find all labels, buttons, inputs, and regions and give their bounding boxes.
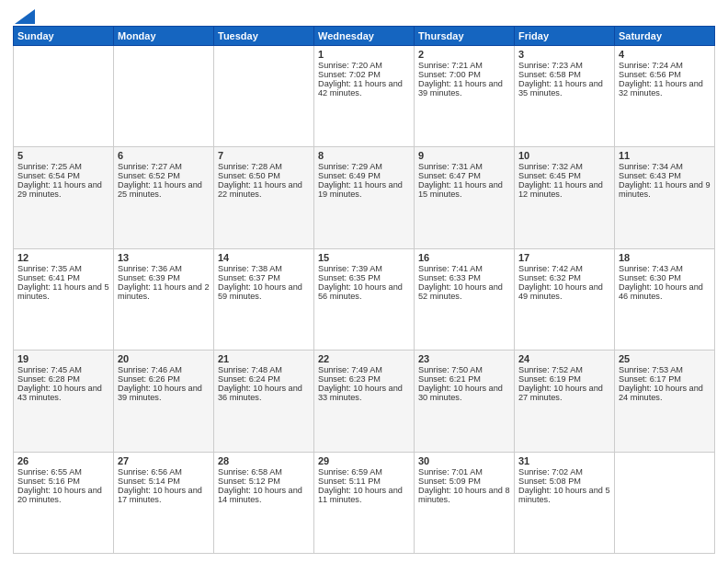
day-info: Daylight: 11 hours and 2 minutes.	[118, 282, 210, 301]
day-number: 20	[118, 353, 210, 364]
day-number: 3	[518, 49, 610, 60]
day-info: Sunset: 6:50 PM	[218, 171, 310, 180]
calendar-cell: 3Sunrise: 7:23 AMSunset: 6:58 PMDaylight…	[515, 46, 615, 147]
calendar-cell	[14, 46, 114, 147]
day-number: 9	[418, 150, 510, 161]
day-number: 11	[619, 150, 711, 161]
day-info: Sunrise: 7:39 AM	[318, 264, 410, 273]
calendar-cell: 23Sunrise: 7:50 AMSunset: 6:21 PMDayligh…	[415, 350, 515, 452]
day-info: Daylight: 10 hours and 14 minutes.	[218, 486, 310, 504]
logo-icon	[15, 9, 35, 24]
day-info: Sunrise: 7:29 AM	[318, 162, 410, 171]
header	[13, 9, 715, 20]
day-info: Sunset: 6:37 PM	[218, 273, 310, 282]
calendar-cell: 15Sunrise: 7:39 AMSunset: 6:35 PMDayligh…	[314, 248, 415, 350]
day-info: Sunset: 6:39 PM	[118, 273, 210, 282]
day-number: 30	[418, 455, 510, 466]
week-row-1: 1Sunrise: 7:20 AMSunset: 7:02 PMDaylight…	[14, 46, 715, 147]
calendar-cell: 27Sunrise: 6:56 AMSunset: 5:14 PMDayligh…	[114, 452, 214, 553]
day-info: Sunset: 6:33 PM	[418, 273, 510, 282]
svg-marker-0	[15, 9, 35, 24]
day-info: Sunset: 6:24 PM	[218, 374, 310, 384]
day-info: Daylight: 10 hours and 20 minutes.	[17, 486, 109, 504]
day-number: 27	[118, 455, 210, 466]
calendar-cell: 2Sunrise: 7:21 AMSunset: 7:00 PMDaylight…	[415, 46, 515, 147]
calendar-cell: 22Sunrise: 7:49 AMSunset: 6:23 PMDayligh…	[314, 350, 415, 452]
day-info: Sunrise: 7:24 AM	[619, 61, 711, 70]
day-info: Sunset: 6:45 PM	[518, 171, 610, 180]
day-info: Sunrise: 7:23 AM	[518, 61, 610, 70]
day-info: Sunset: 6:35 PM	[318, 273, 410, 282]
day-number: 10	[518, 150, 610, 161]
day-info: Sunset: 5:11 PM	[318, 477, 410, 486]
calendar-cell	[114, 46, 214, 147]
calendar-cell: 12Sunrise: 7:35 AMSunset: 6:41 PMDayligh…	[14, 248, 114, 350]
day-info: Daylight: 11 hours and 19 minutes.	[318, 180, 410, 199]
calendar-table: SundayMondayTuesdayWednesdayThursdayFrid…	[13, 26, 715, 554]
day-info: Sunset: 6:41 PM	[17, 273, 109, 282]
day-info: Sunset: 7:02 PM	[318, 70, 410, 79]
day-info: Sunrise: 7:48 AM	[218, 365, 310, 374]
day-number: 13	[118, 252, 210, 263]
week-row-4: 19Sunrise: 7:45 AMSunset: 6:28 PMDayligh…	[14, 350, 715, 452]
day-info: Daylight: 10 hours and 56 minutes.	[318, 282, 410, 301]
day-info: Sunset: 5:16 PM	[17, 477, 109, 486]
day-number: 4	[619, 49, 711, 60]
calendar-cell: 28Sunrise: 6:58 AMSunset: 5:12 PMDayligh…	[214, 452, 314, 553]
day-number: 25	[619, 353, 711, 364]
weekday-header-row: SundayMondayTuesdayWednesdayThursdayFrid…	[14, 27, 715, 46]
day-info: Daylight: 10 hours and 5 minutes.	[518, 486, 610, 504]
day-info: Daylight: 11 hours and 15 minutes.	[418, 180, 510, 199]
calendar-cell: 13Sunrise: 7:36 AMSunset: 6:39 PMDayligh…	[114, 248, 214, 350]
calendar-cell	[615, 452, 715, 553]
day-number: 7	[218, 150, 310, 161]
day-info: Daylight: 11 hours and 42 minutes.	[318, 79, 410, 98]
day-number: 21	[218, 353, 310, 364]
day-number: 24	[518, 353, 610, 364]
day-info: Sunrise: 7:34 AM	[619, 162, 711, 171]
week-row-5: 26Sunrise: 6:55 AMSunset: 5:16 PMDayligh…	[14, 452, 715, 553]
day-info: Sunrise: 7:43 AM	[619, 264, 711, 273]
weekday-header-sunday: Sunday	[14, 27, 114, 46]
day-info: Daylight: 11 hours and 32 minutes.	[619, 79, 711, 98]
page: SundayMondayTuesdayWednesdayThursdayFrid…	[0, 0, 728, 563]
day-info: Sunset: 6:52 PM	[118, 171, 210, 180]
weekday-header-wednesday: Wednesday	[314, 27, 415, 46]
day-info: Daylight: 10 hours and 17 minutes.	[118, 486, 210, 504]
day-number: 15	[318, 252, 410, 263]
weekday-header-saturday: Saturday	[615, 27, 715, 46]
day-info: Sunrise: 7:50 AM	[418, 365, 510, 374]
day-info: Daylight: 10 hours and 27 minutes.	[518, 384, 610, 402]
day-info: Sunset: 6:32 PM	[518, 273, 610, 282]
calendar-cell: 25Sunrise: 7:53 AMSunset: 6:17 PMDayligh…	[615, 350, 715, 452]
day-info: Daylight: 11 hours and 5 minutes.	[17, 282, 109, 301]
day-info: Sunset: 5:12 PM	[218, 477, 310, 486]
day-number: 17	[518, 252, 610, 263]
day-number: 28	[218, 455, 310, 466]
day-info: Daylight: 11 hours and 35 minutes.	[518, 79, 610, 98]
day-info: Sunrise: 7:42 AM	[518, 264, 610, 273]
day-info: Sunrise: 7:46 AM	[118, 365, 210, 374]
day-info: Daylight: 11 hours and 25 minutes.	[118, 180, 210, 199]
day-info: Sunset: 5:14 PM	[118, 477, 210, 486]
day-info: Sunrise: 7:27 AM	[118, 162, 210, 171]
calendar-cell: 26Sunrise: 6:55 AMSunset: 5:16 PMDayligh…	[14, 452, 114, 553]
day-number: 16	[418, 252, 510, 263]
day-info: Sunrise: 7:52 AM	[518, 365, 610, 374]
day-info: Sunset: 7:00 PM	[418, 70, 510, 79]
day-info: Daylight: 10 hours and 30 minutes.	[418, 384, 510, 402]
day-info: Sunset: 6:28 PM	[17, 374, 109, 384]
day-info: Sunrise: 7:38 AM	[218, 264, 310, 273]
day-info: Sunrise: 7:41 AM	[418, 264, 510, 273]
day-info: Daylight: 10 hours and 52 minutes.	[418, 282, 510, 301]
day-info: Sunrise: 7:01 AM	[418, 467, 510, 477]
day-info: Daylight: 10 hours and 36 minutes.	[218, 384, 310, 402]
day-info: Daylight: 11 hours and 39 minutes.	[418, 79, 510, 98]
day-info: Sunrise: 7:49 AM	[318, 365, 410, 374]
day-info: Sunrise: 7:53 AM	[619, 365, 711, 374]
day-number: 22	[318, 353, 410, 364]
calendar-cell: 6Sunrise: 7:27 AMSunset: 6:52 PMDaylight…	[114, 147, 214, 248]
calendar-cell: 19Sunrise: 7:45 AMSunset: 6:28 PMDayligh…	[14, 350, 114, 452]
day-info: Sunrise: 7:25 AM	[17, 162, 109, 171]
day-number: 26	[17, 455, 109, 466]
